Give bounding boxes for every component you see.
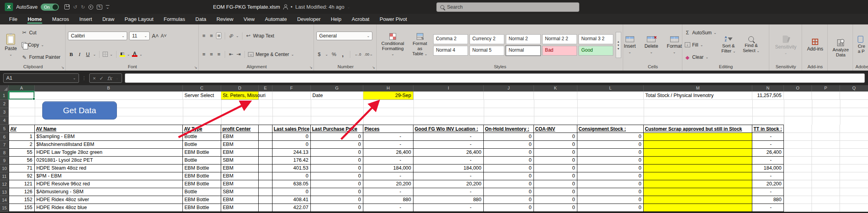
align-bottom-icon[interactable]: ≡ xyxy=(216,32,222,39)
column-header[interactable]: O xyxy=(784,85,812,92)
row-number[interactable]: 7 xyxy=(0,141,9,149)
increase-indent-icon[interactable]: ⇥ xyxy=(236,51,241,57)
share-person-icon[interactable] xyxy=(283,4,288,9)
cell[interactable] xyxy=(272,92,311,100)
format-cells-button[interactable]: Format ⌄ xyxy=(665,26,684,64)
format-as-table-button[interactable]: Format as Table ⌄ xyxy=(409,26,431,64)
cell-tt-in-stock[interactable]: - xyxy=(752,141,784,149)
cell-profit-center[interactable]: EBM xyxy=(221,204,259,212)
cell-scrap-highlight[interactable] xyxy=(644,172,752,180)
cell-tt-in-stock[interactable]: 20,200 xyxy=(752,180,784,188)
cell-av-name[interactable]: $PM - EBM xyxy=(35,172,183,180)
select-all-corner[interactable] xyxy=(0,85,9,92)
cell-last-purchase-price[interactable]: 0 xyxy=(311,188,363,196)
undo-icon[interactable]: ↺ xyxy=(73,4,77,10)
file-name[interactable]: EOM FG-PKG Template.xlsm xyxy=(213,4,280,10)
cell-last-sales-price[interactable]: 0 xyxy=(272,172,311,180)
menu-tab[interactable]: Developer xyxy=(292,14,325,24)
autosave-toggle[interactable]: On xyxy=(41,4,59,11)
cell-scrap-highlight[interactable] xyxy=(644,133,752,141)
gallery-scroll[interactable]: ▲ ▼ ▼ xyxy=(616,32,621,58)
cell-consignment[interactable]: 0 xyxy=(577,133,644,141)
cell-empty[interactable] xyxy=(259,133,272,141)
enter-check-icon[interactable]: ✓ xyxy=(100,75,104,81)
font-name-select[interactable]: Calibri⌄ xyxy=(68,32,127,40)
header-av-name[interactable]: AV Name xyxy=(35,125,183,133)
cell-consignment[interactable]: 0 xyxy=(577,196,644,204)
dialog-launcher-icon[interactable]: ↘ xyxy=(310,65,313,69)
cell-profit-center[interactable]: EBM xyxy=(221,172,259,180)
cell-av-name[interactable]: HDPE Resolve 96oz red xyxy=(35,180,183,188)
header-on-hold[interactable]: On-Hold Inventory : xyxy=(484,125,534,133)
selected-cell-a1[interactable] xyxy=(9,92,35,100)
cell-profit-center[interactable]: SBM xyxy=(221,157,259,164)
menu-tab[interactable]: View xyxy=(239,14,260,24)
gallery-up-icon[interactable]: ▲ xyxy=(617,40,620,43)
format-painter-button[interactable]: ✎ Format Painter xyxy=(22,53,60,62)
column-header[interactable]: L xyxy=(577,85,644,92)
cell-av-type[interactable]: EBM Bottle xyxy=(183,149,221,157)
cell-av-name[interactable]: HDPE Ridex 48oz blue xyxy=(35,204,183,212)
cell-good-fg[interactable]: - xyxy=(413,141,484,149)
cell-last-sales-price[interactable]: 0 xyxy=(272,188,311,196)
column-header[interactable]: G xyxy=(311,85,363,92)
cell-last-purchase-price[interactable]: 0 xyxy=(311,196,363,204)
formula-input[interactable] xyxy=(125,74,864,82)
header-av[interactable]: AV xyxy=(9,125,35,133)
cell-tt-in-stock[interactable]: - xyxy=(752,204,784,212)
cell-good-fg[interactable]: - xyxy=(413,133,484,141)
cell-consignment[interactable]: 0 xyxy=(577,188,644,196)
gallery-expand-icon[interactable]: ▼ xyxy=(617,47,620,50)
header-consignment[interactable]: Consignment Stock : xyxy=(577,125,644,133)
chevron-down-icon[interactable]: ⌄ xyxy=(139,52,143,56)
font-color-button[interactable]: A xyxy=(132,52,137,57)
cell-on-hold[interactable]: 0 xyxy=(484,141,534,149)
cell-last-sales-price[interactable]: 0 xyxy=(272,141,311,149)
row-number[interactable]: 13 xyxy=(0,188,9,196)
cell-pieces[interactable]: 20,200 xyxy=(363,180,413,188)
header-empty[interactable] xyxy=(259,125,272,133)
cells-opq-empty[interactable] xyxy=(784,125,868,133)
cell-pieces[interactable]: - xyxy=(363,133,413,141)
cell-empty[interactable] xyxy=(259,157,272,164)
cell-empty[interactable] xyxy=(259,172,272,180)
cell-coa-inv[interactable]: 0 xyxy=(534,204,577,212)
cell-consignment[interactable]: 0 xyxy=(577,141,644,149)
row-number[interactable]: 5 xyxy=(0,125,9,133)
column-header[interactable]: D xyxy=(221,85,259,92)
italic-button[interactable]: I xyxy=(76,51,83,58)
cell-empty[interactable] xyxy=(259,180,272,188)
row-number[interactable]: 9 xyxy=(0,157,9,164)
excel-logo-icon[interactable]: X xyxy=(5,3,13,11)
chevron-down-icon[interactable]: ⌄ xyxy=(347,5,350,9)
cell-consignment[interactable]: 0 xyxy=(577,180,644,188)
cell-empty[interactable] xyxy=(259,149,272,157)
cell-av-type[interactable]: EBM Bottle xyxy=(183,204,221,212)
cell-av[interactable]: 92 xyxy=(9,172,35,180)
cell-av[interactable]: 55 xyxy=(9,149,35,157)
menu-tab[interactable]: Macros xyxy=(47,14,74,24)
style-gallery-item[interactable]: Comma 2 xyxy=(433,34,468,44)
cells-opq-empty[interactable] xyxy=(784,196,868,204)
cell-coa-inv[interactable]: 0 xyxy=(534,164,577,172)
cell-empty[interactable] xyxy=(259,204,272,212)
cell-scrap-highlight[interactable] xyxy=(644,204,752,212)
cell-coa-inv[interactable]: 0 xyxy=(534,196,577,204)
cell-last-sales-price[interactable]: 401.53 xyxy=(272,164,311,172)
menu-tab[interactable]: Help xyxy=(326,14,347,24)
cell-last-purchase-price[interactable]: 0 xyxy=(311,157,363,164)
align-center-icon[interactable]: ≡ xyxy=(209,51,214,57)
cell-date-value-highlight[interactable]: 29-Sep xyxy=(363,92,413,100)
cell-pieces[interactable]: - xyxy=(363,157,413,164)
menu-tab[interactable]: File xyxy=(4,14,23,24)
shrink-font-icon[interactable]: A˅ xyxy=(161,33,167,39)
cell-consignment[interactable]: 0 xyxy=(577,172,644,180)
cells-opq-empty[interactable] xyxy=(784,180,868,188)
cell-last-purchase-price[interactable]: 0 xyxy=(311,149,363,157)
chevron-down-icon[interactable]: ⌄ xyxy=(325,52,328,56)
row-number[interactable]: 1 xyxy=(0,92,9,100)
menu-tab[interactable]: Automate xyxy=(260,14,292,24)
underline-button[interactable]: U xyxy=(85,51,91,57)
customize-toolbar-icon[interactable]: ⌄ xyxy=(106,5,109,9)
cell-av-name[interactable]: 0291881- Lysol 28oz PET xyxy=(35,157,183,164)
